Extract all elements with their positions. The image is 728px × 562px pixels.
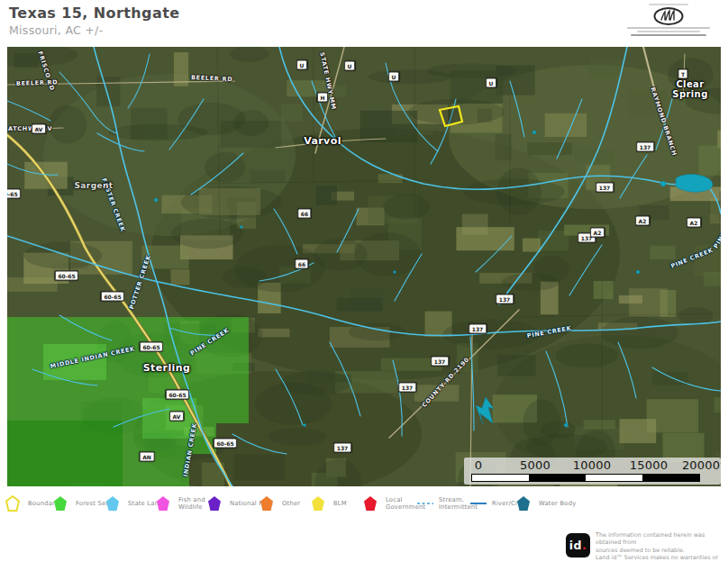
road-shield-badge: 66 [297, 209, 311, 219]
company-logo-emblem [653, 7, 684, 25]
road-shield-badge: 60-65 [166, 390, 189, 400]
road-shield-badge: 137 [469, 324, 487, 334]
disclaimer-line: sources deemed to be reliable. [596, 547, 725, 554]
legend-item: BLM [311, 491, 347, 516]
logo-text-line [649, 4, 688, 5]
road-shield-badge: A2 [590, 228, 605, 238]
property-boundary [440, 106, 462, 126]
road-shield-badge: U [388, 72, 399, 82]
road-shield-badge: AN [140, 452, 155, 462]
page-title: Texas 15, Northgate [9, 5, 179, 22]
logo-text-line [631, 34, 706, 37]
land-id-logo: id. [566, 533, 590, 557]
road-shield-badge: AV [169, 412, 184, 422]
scale-end-label: 20000ft [682, 458, 721, 472]
town-label: Sargent [74, 182, 113, 191]
road-shield-badge: 137 [333, 443, 351, 453]
road-shield-badge: 66 [295, 259, 308, 269]
road-shield-badge: 60-65 [140, 342, 163, 352]
legend-bar: BoundaryForest ServicState LandFish and … [0, 486, 728, 528]
disclaimer-line: Land id™ Services makes no warranties or… [596, 554, 725, 562]
scale-bar: 05000100001500020000ft [464, 458, 721, 485]
road-shield-badge: H [317, 93, 328, 103]
legend-swatch-icon [416, 495, 434, 512]
legend-item: Water Body [516, 491, 576, 516]
scale-bar-segments [471, 474, 700, 482]
legend-swatch-icon [156, 495, 174, 512]
legend-item: Other [259, 491, 300, 516]
road-shield-badge: A2 [635, 216, 650, 226]
road-shield-badge: 137 [636, 142, 654, 152]
scale-tick-label: 15000 [630, 458, 668, 472]
legend-item-label: Fish and Wildlife [178, 496, 205, 511]
road-shield-badge: T [678, 69, 687, 79]
road-shield-badge: U [486, 78, 496, 88]
legend-swatch-icon [5, 495, 23, 512]
road-shield-badge: 137 [596, 183, 614, 193]
legend-item-label: Other [282, 500, 300, 507]
road-shield-badge: 137 [431, 357, 449, 367]
disclaimer-text: The information contained herein was obt… [596, 531, 725, 562]
legend-item-label: Water Body [539, 500, 576, 507]
road-shield-badge: 137 [496, 295, 514, 304]
road-shield-badge: 137 [398, 383, 416, 393]
road-shield-badge: A2 [687, 218, 701, 228]
legend-swatch-icon [516, 495, 534, 512]
road-shield-badge: 60-65 [55, 271, 78, 281]
map-canvas: FRISCO RDBEELER RDBEELER RDATCHWY AVSTAT… [7, 47, 721, 486]
road-shield-badge: U [296, 60, 307, 70]
logo-text-line [637, 31, 700, 32]
company-logo [614, 2, 723, 40]
road-shield-badge: 60-65 [7, 189, 21, 199]
legend-swatch-icon [311, 495, 329, 512]
legend-swatch-icon [53, 495, 71, 512]
page-subtitle: Missouri, AC +/- [9, 23, 103, 37]
legend-item: State Land [105, 491, 163, 516]
town-label: Sterling [143, 363, 191, 374]
road-shield-badge: 60-65 [214, 439, 237, 449]
legend-swatch-icon [469, 495, 487, 512]
legend-item: Boundary [5, 491, 59, 516]
land-id-logo-text: id [569, 539, 582, 552]
legend-swatch-icon [207, 495, 225, 512]
legend-swatch-icon [259, 495, 278, 512]
town-label: Varvol [304, 136, 341, 147]
legend-item: Fish and Wildlife [156, 491, 205, 516]
scale-tick-label: 0 [475, 458, 482, 472]
legend-swatch-icon [105, 495, 123, 512]
land-id-logo-dot: . [582, 539, 587, 552]
road-shield-badge: AV [32, 124, 46, 134]
disclaimer-line: The information contained herein was obt… [596, 531, 725, 547]
scale-tick-label: 5000 [520, 458, 551, 472]
road-shield-badge: U [344, 61, 355, 71]
road-label: BEELER RD [16, 79, 59, 86]
logo-text-line [627, 27, 710, 29]
road-shield-badge: 60-65 [101, 292, 124, 302]
legend-swatch-icon [363, 495, 381, 512]
legend-item-label: BLM [333, 500, 347, 507]
satellite-basemap [7, 47, 721, 486]
town-label: Clear Spring [672, 79, 707, 99]
legend-item: Stream, Intermittent [416, 491, 478, 516]
scale-tick-label: 10000 [573, 458, 611, 472]
